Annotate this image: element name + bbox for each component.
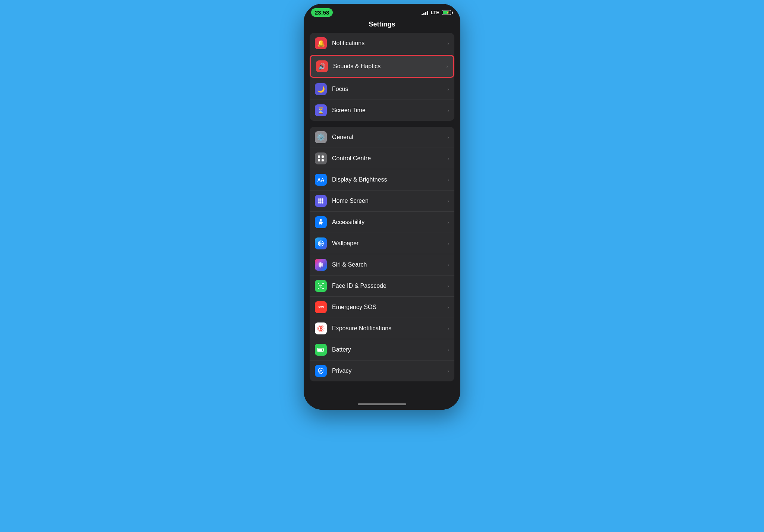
accessibility-label: Accessibility bbox=[332, 219, 447, 226]
accessibility-icon bbox=[315, 216, 327, 228]
face-id-chevron: › bbox=[447, 283, 449, 289]
svg-point-19 bbox=[320, 262, 322, 268]
settings-row-screen-time[interactable]: ⏳ Screen Time › bbox=[310, 100, 454, 121]
svg-point-9 bbox=[322, 200, 323, 202]
focus-icon-symbol: 🌙 bbox=[317, 85, 325, 93]
home-indicator bbox=[304, 399, 460, 410]
siri-search-chevron: › bbox=[447, 262, 449, 268]
svg-point-20 bbox=[322, 263, 323, 267]
siri-search-label: Siri & Search bbox=[332, 261, 447, 268]
wallpaper-label: Wallpaper bbox=[332, 240, 447, 247]
exposure-notifications-chevron: › bbox=[447, 325, 449, 331]
svg-rect-3 bbox=[322, 159, 324, 161]
svg-point-5 bbox=[320, 198, 322, 200]
svg-point-26 bbox=[321, 285, 322, 286]
settings-row-home-screen[interactable]: Home Screen › bbox=[310, 191, 454, 212]
focus-label: Focus bbox=[332, 86, 447, 92]
privacy-svg bbox=[317, 367, 325, 375]
settings-row-exposure-notifications[interactable]: Exposure Notifications › bbox=[310, 318, 454, 339]
notifications-chevron: › bbox=[447, 40, 449, 46]
display-brightness-label: Display & Brightness bbox=[332, 176, 447, 183]
svg-rect-32 bbox=[318, 349, 322, 351]
svg-point-12 bbox=[322, 202, 323, 204]
focus-icon: 🌙 bbox=[315, 83, 327, 95]
exposure-notifications-label: Exposure Notifications bbox=[332, 325, 447, 332]
face-id-label: Face ID & Passcode bbox=[332, 283, 447, 289]
display-brightness-chevron: › bbox=[447, 177, 449, 183]
privacy-chevron: › bbox=[447, 368, 449, 374]
battery-label: Battery bbox=[332, 346, 447, 353]
svg-point-25 bbox=[319, 285, 320, 286]
settings-row-notifications[interactable]: 🔔 Notifications › bbox=[310, 33, 454, 54]
notifications-label: Notifications bbox=[332, 40, 447, 47]
battery-tip bbox=[452, 12, 453, 14]
settings-row-battery[interactable]: Battery › bbox=[310, 339, 454, 361]
emergency-sos-icon: SOS bbox=[315, 301, 327, 313]
home-screen-icon bbox=[315, 195, 327, 207]
battery-chevron: › bbox=[447, 347, 449, 353]
settings-row-general[interactable]: ⚙️ General › bbox=[310, 127, 454, 148]
control-centre-icon bbox=[315, 152, 327, 164]
face-id-svg bbox=[317, 282, 325, 290]
settings-row-accessibility[interactable]: Accessibility › bbox=[310, 212, 454, 233]
svg-rect-2 bbox=[318, 159, 320, 161]
signal-icon bbox=[422, 10, 428, 15]
battery-body: ⚡ bbox=[442, 10, 451, 15]
settings-row-display-brightness[interactable]: AA Display & Brightness › bbox=[310, 169, 454, 191]
general-icon: ⚙️ bbox=[315, 131, 327, 143]
svg-rect-22 bbox=[322, 283, 324, 284]
control-centre-svg bbox=[317, 155, 325, 162]
signal-bar-1 bbox=[422, 14, 423, 15]
settings-row-siri-search[interactable]: Siri & Search › bbox=[310, 254, 454, 276]
signal-bar-3 bbox=[425, 12, 426, 15]
svg-rect-21 bbox=[318, 283, 319, 284]
general-chevron: › bbox=[447, 134, 449, 140]
home-screen-label: Home Screen bbox=[332, 198, 447, 204]
control-centre-label: Control Centre bbox=[332, 155, 447, 162]
notifications-icon-symbol: 🔔 bbox=[317, 40, 325, 47]
face-id-icon bbox=[315, 280, 327, 292]
home-screen-svg bbox=[317, 197, 325, 205]
svg-rect-0 bbox=[318, 155, 320, 158]
general-icon-symbol: ⚙️ bbox=[317, 133, 325, 141]
signal-bar-2 bbox=[423, 13, 425, 15]
settings-row-emergency-sos[interactable]: SOS Emergency SOS › bbox=[310, 297, 454, 318]
svg-rect-1 bbox=[322, 155, 324, 158]
general-label: General bbox=[332, 134, 447, 141]
svg-rect-33 bbox=[323, 349, 324, 351]
settings-row-sounds-haptics[interactable]: 🔊 Sounds & Haptics › bbox=[310, 55, 454, 78]
screen-time-icon: ⏳ bbox=[315, 104, 327, 116]
sounds-haptics-chevron: › bbox=[446, 63, 448, 69]
screen-time-label: Screen Time bbox=[332, 107, 447, 114]
settings-row-face-id[interactable]: Face ID & Passcode › bbox=[310, 276, 454, 297]
sounds-haptics-label: Sounds & Haptics bbox=[333, 63, 446, 70]
settings-row-control-centre[interactable]: Control Centre › bbox=[310, 148, 454, 169]
svg-rect-24 bbox=[322, 288, 324, 289]
focus-chevron: › bbox=[447, 86, 449, 92]
battery-status-icon: ⚡ bbox=[442, 10, 453, 15]
status-time: 23:58 bbox=[311, 8, 333, 17]
control-centre-chevron: › bbox=[447, 155, 449, 161]
emergency-sos-chevron: › bbox=[447, 304, 449, 310]
home-bar bbox=[358, 403, 406, 405]
status-bar: 23:58 LTE ⚡ bbox=[304, 4, 460, 19]
settings-row-wallpaper[interactable]: Wallpaper › bbox=[310, 233, 454, 254]
svg-point-4 bbox=[318, 198, 320, 200]
status-right: LTE ⚡ bbox=[422, 10, 453, 15]
display-brightness-icon: AA bbox=[315, 174, 327, 186]
home-screen-chevron: › bbox=[447, 198, 449, 204]
screen-time-chevron: › bbox=[447, 107, 449, 113]
battery-svg bbox=[317, 346, 325, 354]
sounds-haptics-icon-symbol: 🔊 bbox=[318, 63, 326, 70]
settings-group-2: ⚙️ General › Control Centre › bbox=[310, 127, 454, 381]
lte-label: LTE bbox=[430, 10, 439, 15]
phone-container: 23:58 LTE ⚡ Settings bbox=[304, 4, 460, 410]
display-brightness-icon-symbol: AA bbox=[317, 177, 325, 183]
settings-row-privacy[interactable]: Privacy › bbox=[310, 361, 454, 381]
svg-point-11 bbox=[320, 202, 322, 204]
wallpaper-svg bbox=[317, 240, 325, 247]
settings-row-focus[interactable]: 🌙 Focus › bbox=[310, 79, 454, 100]
privacy-label: Privacy bbox=[332, 368, 447, 374]
notifications-icon: 🔔 bbox=[315, 37, 327, 49]
exposure-notifications-svg bbox=[317, 324, 325, 333]
